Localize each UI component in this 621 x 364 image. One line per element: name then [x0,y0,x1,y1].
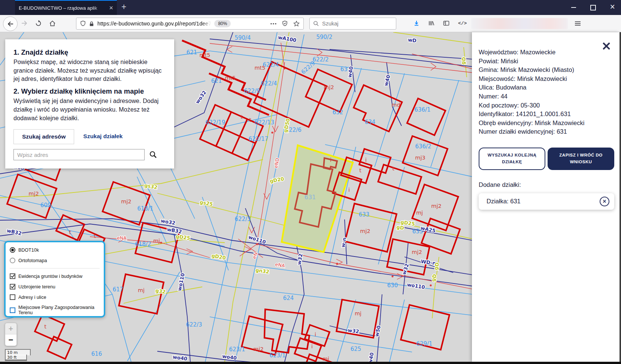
page-actions-icon[interactable] [270,23,276,25]
tab-search-addresses[interactable]: Szukaj adresów [13,129,74,144]
map-label: wD [408,37,417,44]
map-label: i [311,343,313,349]
layer-option[interactable]: Ewidencja gruntów i budynków [10,268,100,279]
layer-option[interactable]: BDOT10k [10,247,100,253]
map-label: 22/6 [289,127,302,133]
map-label: 623/1 [269,352,285,359]
zoom-level-badge[interactable]: 80% [214,20,231,27]
layer-option[interactable]: Miejscowe Plany Zagospodarowania Terenu [10,305,100,315]
added-parcel-card: Działka: 631 × [479,193,614,210]
detail-field: Gmina: Mińsk Mazowiecki (Miasto) [479,66,620,75]
map-label: 622/2 [312,56,328,63]
map-label: 622/3 [234,216,251,222]
map-label: 630 [387,282,398,289]
layer-option[interactable]: Adresy i ulice [10,294,100,300]
search-next-parcel-button[interactable]: WYSZUKAJ KOLEJNĄ DZIAŁKĘ [479,148,545,170]
new-tab-button[interactable]: + [121,2,126,12]
map-label: 617 [113,286,124,293]
map-label: 629/1 [416,340,432,347]
map-label: t [249,117,251,123]
map-label: mj2 [121,198,131,204]
url-text[interactable]: https://e-budownictwo.gunb.gov.pl/report… [97,21,211,27]
tab-title: E-BUDOWNICTWO – rządowa aplik [19,5,107,11]
map-label: 622/19 [206,119,225,126]
layer-picker-panel: BDOT10kOrtofotomapaEwidencja gruntów i b… [4,241,105,318]
checkbox-unchecked[interactable] [10,307,15,313]
tracking-shield-icon[interactable] [80,21,86,27]
titlebar: E-BUDOWNICTWO – rządowa aplik × + × [0,0,621,15]
map-label: 631 [305,194,316,201]
map-label: i [348,187,350,193]
map-label: 621 [187,49,197,56]
address-search-icon[interactable] [149,151,157,158]
map-label: mj3 [415,155,425,161]
save-return-button[interactable]: ZAPISZ I WRÓĆ DO WNIOSKU [548,148,614,170]
back-button[interactable] [3,16,18,31]
forward-button[interactable] [21,20,28,26]
map-label: t [240,114,243,120]
map-label: 636/1 [414,106,430,113]
detail-field: Obręb ewidencyjny: Mińsk Mazowiecki [479,119,620,128]
window-maximize-button[interactable] [590,5,596,10]
extension-area-blurred [471,18,568,29]
close-icon[interactable] [602,42,611,50]
map-label: 623/1 [229,346,245,353]
tab-close-icon[interactable]: × [109,4,113,11]
map-label: mj2 [412,249,422,255]
map-zoom-controls: + − [5,323,17,346]
back-icon [7,21,14,27]
map-label: 609 [40,202,51,209]
zoom-in-button[interactable]: + [5,323,16,334]
address-input[interactable] [13,149,145,160]
map-label: 622/4 [261,80,277,87]
library-icon[interactable] [428,20,434,26]
window-close-button[interactable]: × [610,3,615,11]
map-label: mj [416,210,423,216]
map-label: mt5 [225,75,236,81]
browser-tab[interactable]: E-BUDOWNICTWO – rządowa aplik × [15,0,117,15]
layer-option[interactable]: Ortofotomapa [10,258,100,263]
reload-button[interactable] [35,20,42,27]
map-label: 634 [365,119,376,125]
protection-badge-icon[interactable] [282,21,288,27]
map-label: t [69,229,71,235]
url-bar[interactable]: https://e-budownictwo.gunb.gov.pl/report… [76,18,304,30]
devtools-icon[interactable]: </> [458,21,467,26]
checkbox-checked[interactable] [10,284,15,289]
map-label: mj2 [431,203,441,209]
detail-field: Województwo: Mazowieckie [479,48,620,57]
layer-option-label: Uzbrojenie terenu [18,284,55,289]
map-label: t [44,324,46,330]
detail-field: Ulica: Budowlana [479,83,620,92]
map-label: md [391,102,400,108]
checkbox-unchecked[interactable] [10,294,15,300]
bookmark-star-icon[interactable] [293,21,300,27]
window-right-edge [620,32,621,362]
instructions-panel: 1. Znajdź działkę Powiększ mapę, aż wido… [5,39,174,169]
radio-checked[interactable] [10,247,15,253]
layer-option[interactable]: Uzbrojenie terenu [10,284,100,289]
map-label: 618/2 [135,241,151,248]
added-parcel-text: Działka: 631 [487,198,521,205]
tab-search-parcels[interactable]: Szukaj działek [74,129,131,144]
map-label: mj [322,356,329,362]
browser-search-bar[interactable]: Szukaj [309,18,396,30]
map-label: mj [138,287,145,293]
zoom-out-button[interactable]: − [5,334,16,346]
radio-unchecked[interactable] [10,258,15,263]
checkbox-checked[interactable] [10,273,15,279]
detail-field: Miejscowość: Mińsk Mazowiecki [479,75,620,84]
menu-button[interactable] [575,21,581,28]
home-button[interactable] [49,20,56,27]
map-label: 622/17 [249,136,269,142]
sidebar-toggle-icon[interactable] [443,20,449,26]
map-label: 621 [211,78,222,84]
map-label: t [359,167,361,173]
remove-parcel-button[interactable]: × [600,197,609,206]
window-bottom-edge [0,362,621,364]
window-minimize-button[interactable] [571,7,576,8]
step2-title: 2. Wybierz działkę kliknięciem na mapie [13,87,166,95]
step1-title: 1. Znajdź działkę [13,48,166,57]
downloads-icon[interactable] [414,20,419,26]
map-scale: 10 m 30 ft [5,349,31,361]
